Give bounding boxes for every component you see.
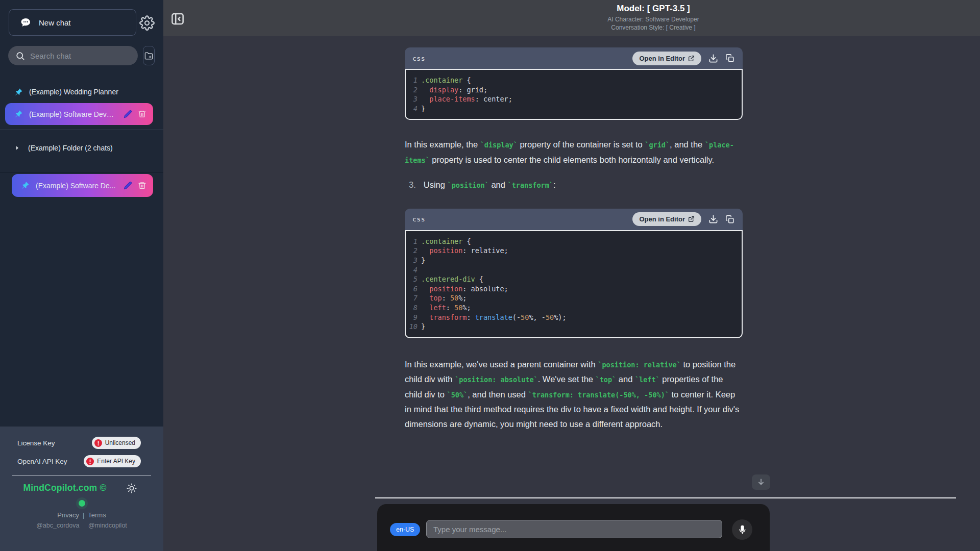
code-line: 7 top: 50%; <box>406 293 742 303</box>
code-token: left <box>429 304 446 312</box>
composer: en-US <box>377 504 770 551</box>
sidebar-footer: License KeyUnlicensedOpenAI API KeyEnter… <box>0 427 163 551</box>
footer-links: Privacy|Terms <box>0 511 163 519</box>
pencil-icon <box>124 110 132 118</box>
code-token <box>421 246 429 255</box>
new-folder-button[interactable] <box>143 46 155 65</box>
message-text: Using <box>424 180 448 189</box>
openai-api-key-badge-label: Enter API Key <box>97 458 135 465</box>
message-input[interactable] <box>426 520 722 538</box>
delete-chat-button[interactable] <box>138 181 146 190</box>
list-marker: 3. <box>409 178 416 193</box>
code-token <box>421 86 429 94</box>
code-token: %; <box>462 304 471 312</box>
code-token <box>421 294 429 302</box>
new-chat-label: New chat <box>39 18 71 27</box>
external-link-icon <box>688 216 695 222</box>
composer-divider <box>375 497 956 498</box>
code-line: 1.container { <box>406 237 742 246</box>
line-number: 1 <box>406 237 418 246</box>
inline-code: `left` <box>635 375 660 384</box>
edit-chat-button[interactable] <box>124 181 132 190</box>
terms-link[interactable]: Terms <box>88 511 106 519</box>
code-line: 10} <box>406 322 742 332</box>
download-icon <box>708 214 718 224</box>
openai-api-key-badge[interactable]: Enter API Key <box>84 455 141 467</box>
footer-divider <box>12 475 151 476</box>
sidebar-chat-item[interactable]: (Example) Wedding Planner <box>0 82 163 102</box>
code-content: 1.container {2 display: grid;3 place-ite… <box>405 69 743 120</box>
language-badge[interactable]: en-US <box>390 523 420 536</box>
line-number: 2 <box>406 85 418 95</box>
collapse-sidebar-button[interactable] <box>169 10 186 28</box>
code-text: .container { <box>421 237 471 246</box>
line-number: 9 <box>406 313 418 322</box>
edit-chat-button[interactable] <box>124 110 132 118</box>
search-input[interactable] <box>30 52 132 60</box>
license-key-badge[interactable]: Unlicensed <box>92 437 141 449</box>
copy-icon <box>725 215 734 224</box>
privacy-link[interactable]: Privacy <box>57 511 79 519</box>
chat-bubble-icon <box>20 17 32 29</box>
search-chat-box[interactable] <box>8 46 138 65</box>
code-token: .container <box>421 237 462 245</box>
download-code-button[interactable] <box>708 54 718 63</box>
open-in-editor-button[interactable]: Open in Editor <box>632 52 701 65</box>
brand-link[interactable]: MindCopilot.com © <box>23 483 106 493</box>
chat-item-label: (Example) Wedding Planner <box>29 88 163 96</box>
inline-code: `position` <box>448 181 489 189</box>
sidebar-header: New chat <box>0 0 163 37</box>
chat-messages: cssOpen in Editor1.container {2 display:… <box>405 0 743 431</box>
pin-icon <box>15 110 22 118</box>
alert-icon <box>94 439 102 447</box>
list-divider <box>0 130 163 130</box>
new-chat-button[interactable]: New chat <box>9 9 136 36</box>
inline-code: `transform` <box>508 181 553 189</box>
message-text: : <box>553 180 556 189</box>
social-handles: @abc_cordova @mindcopilot <box>0 522 163 529</box>
code-text: top: 50%; <box>421 293 467 303</box>
brand-row: MindCopilot.com © <box>0 483 163 495</box>
message-text: and <box>616 374 635 384</box>
delete-chat-button[interactable] <box>138 110 146 118</box>
social-handle-1[interactable]: @abc_cordova <box>36 522 79 529</box>
code-token: : <box>446 304 454 312</box>
open-in-editor-button[interactable]: Open in Editor <box>632 212 701 226</box>
theme-toggle-button[interactable] <box>126 483 138 495</box>
code-token: 50 <box>521 313 529 321</box>
microphone-button[interactable] <box>732 519 752 540</box>
sidebar-chat-item[interactable]: (Example) Software Developer <box>5 103 153 125</box>
line-number: 6 <box>406 284 418 294</box>
sidebar-chat-item[interactable]: (Example) Software De... <box>12 174 153 197</box>
download-icon <box>708 54 718 63</box>
message-text: property of the container is set to <box>518 140 645 149</box>
code-token: } <box>421 256 425 264</box>
open-in-editor-label: Open in Editor <box>639 55 685 62</box>
code-block: cssOpen in Editor1.container {2 display:… <box>405 47 743 120</box>
code-content: 1.container {2 position: relative;3}45.c… <box>405 230 743 338</box>
social-handle-2[interactable]: @mindcopilot <box>88 522 127 529</box>
code-text: position: absolute; <box>421 284 508 294</box>
copy-code-button[interactable] <box>725 215 734 224</box>
gear-icon <box>139 15 155 31</box>
code-token <box>421 285 429 293</box>
pin-icon <box>21 182 29 189</box>
sidebar: New chat (Example) Wedding Planner <box>0 0 163 551</box>
code-text: .container { <box>421 76 471 85</box>
code-token: position <box>429 246 462 255</box>
code-token: translate <box>475 313 512 321</box>
scroll-to-bottom-button[interactable] <box>752 474 770 490</box>
code-token: %, - <box>529 313 546 321</box>
sidebar-folder-item[interactable]: (Example) Folder (2 chats) <box>0 138 163 158</box>
footer-key-rows: License KeyUnlicensedOpenAI API KeyEnter… <box>0 434 163 470</box>
code-token: : relative; <box>462 246 508 255</box>
code-token: : center; <box>475 95 512 103</box>
message-text: In this example, the <box>405 140 480 149</box>
settings-button[interactable] <box>138 14 156 32</box>
code-token: place-items <box>429 95 475 103</box>
code-token: { <box>475 275 483 283</box>
openai-api-key-row: OpenAI API KeyEnter API Key <box>0 452 163 470</box>
code-token: } <box>421 322 425 331</box>
download-code-button[interactable] <box>708 214 718 224</box>
copy-code-button[interactable] <box>725 54 734 63</box>
